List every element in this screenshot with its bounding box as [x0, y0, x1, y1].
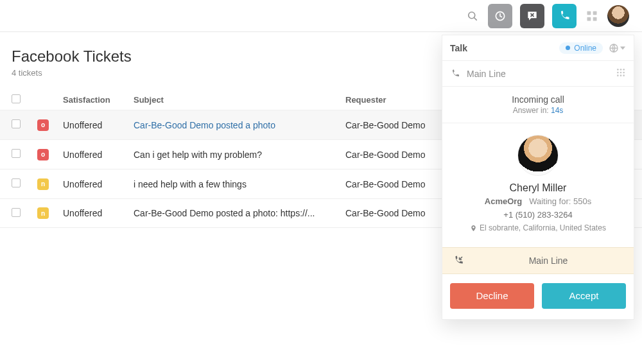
- decline-button[interactable]: Decline: [450, 283, 534, 309]
- incoming-phone-icon: [453, 255, 464, 266]
- svg-point-0: [469, 12, 475, 18]
- line-selector[interactable]: Main Line: [442, 61, 634, 87]
- caller-location: El sobrante, California, United States: [470, 223, 606, 232]
- svg-point-10: [623, 69, 625, 71]
- globe-dropdown[interactable]: [608, 42, 626, 55]
- line-label: Main Line: [467, 69, 506, 79]
- accept-button[interactable]: Accept: [542, 283, 626, 309]
- status-badge: n: [37, 178, 49, 190]
- svg-line-1: [474, 17, 477, 20]
- incoming-block: Incoming call Answer in: 14s: [442, 87, 634, 119]
- caller-org[interactable]: AcmeOrg: [485, 196, 523, 206]
- user-avatar[interactable]: [607, 5, 629, 27]
- caller-card: Cheryl Miller AcmeOrg Waiting for: 550s …: [442, 123, 634, 247]
- svg-point-12: [620, 72, 622, 74]
- subject-cell[interactable]: Car-Be-Good Demo posted a photo: [134, 120, 345, 130]
- status-badge: o: [37, 149, 49, 160]
- svg-point-8: [617, 69, 619, 71]
- satisfaction-cell: Unoffered: [63, 208, 134, 218]
- apps-grid-icon[interactable]: [584, 8, 600, 24]
- talk-title: Talk: [450, 43, 554, 53]
- svg-rect-6: [593, 17, 597, 21]
- status-badge: o: [37, 119, 49, 131]
- row-checkbox[interactable]: [12, 208, 21, 217]
- chat-close-button[interactable]: [520, 4, 544, 28]
- location-pin-icon: [470, 225, 477, 232]
- incoming-label: Incoming call: [442, 94, 634, 105]
- svg-point-15: [620, 74, 622, 76]
- status-pill[interactable]: Online: [559, 42, 603, 54]
- status-badge: n: [37, 207, 49, 219]
- subject-cell[interactable]: i need help with a few things: [134, 179, 345, 189]
- svg-rect-4: [593, 11, 597, 15]
- caller-phone: +1 (510) 283-3264: [450, 210, 626, 220]
- call-actions: Decline Accept: [442, 274, 634, 319]
- line-banner-label: Main Line: [473, 256, 623, 266]
- row-checkbox[interactable]: [12, 178, 21, 187]
- satisfaction-cell: Unoffered: [63, 120, 134, 130]
- caller-name: Cheryl Miller: [450, 182, 626, 194]
- subject-cell[interactable]: Can i get help with my problem?: [134, 150, 345, 160]
- status-dot-icon: [566, 46, 570, 50]
- clock-button[interactable]: [488, 4, 512, 28]
- svg-point-13: [623, 72, 625, 74]
- svg-point-9: [620, 69, 622, 71]
- topbar: [0, 0, 642, 32]
- row-checkbox[interactable]: [12, 119, 21, 128]
- keypad-icon[interactable]: [616, 67, 626, 80]
- search-icon[interactable]: [465, 8, 480, 24]
- line-banner: Main Line: [442, 247, 634, 274]
- satisfaction-cell: Unoffered: [63, 179, 134, 189]
- talk-panel-header: Talk Online: [442, 35, 634, 61]
- satisfaction-cell: Unoffered: [63, 150, 134, 160]
- caller-avatar: [517, 135, 559, 176]
- phone-icon: [450, 69, 460, 79]
- row-checkbox[interactable]: [12, 149, 21, 158]
- svg-rect-5: [587, 17, 591, 21]
- subject-cell[interactable]: Car-Be-Good Demo posted a photo: https:/…: [134, 208, 345, 218]
- svg-point-11: [617, 72, 619, 74]
- caller-org-wait: AcmeOrg Waiting for: 550s: [450, 196, 626, 206]
- select-all-checkbox[interactable]: [12, 94, 21, 103]
- col-subject[interactable]: Subject: [134, 95, 345, 105]
- svg-point-16: [623, 74, 625, 76]
- talk-phone-button[interactable]: [552, 4, 577, 28]
- talk-panel: Talk Online Main Line Incoming call Answ…: [442, 35, 634, 320]
- answer-timer: Answer in: 14s: [442, 106, 634, 115]
- status-text: Online: [574, 44, 596, 53]
- col-satisfaction[interactable]: Satisfaction: [63, 95, 134, 105]
- svg-point-14: [617, 74, 619, 76]
- svg-rect-3: [587, 11, 591, 15]
